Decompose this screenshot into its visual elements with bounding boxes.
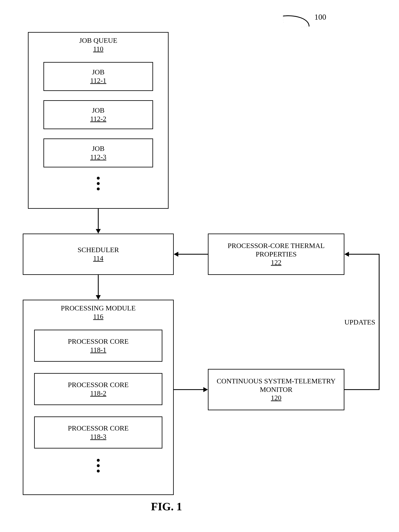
job-3-title: JOB	[92, 145, 104, 153]
job-2-ref: 112-2	[90, 115, 106, 123]
arrow-updates-h2	[349, 254, 380, 255]
job-queue-ref: 110	[93, 45, 103, 53]
figure-id-arc	[283, 13, 309, 29]
arrow-scheduler-processing-head	[96, 295, 101, 300]
processor-core-2-ref: 118-2	[90, 389, 106, 398]
processor-core-1-title: PROCESSOR CORE	[68, 337, 129, 346]
figure-id-text: 100	[314, 13, 326, 21]
ellipsis-dot	[97, 182, 100, 185]
job-2-box: JOB 112-2	[43, 100, 153, 129]
job-3-ref: 112-3	[90, 153, 106, 161]
updates-label: UPDATES	[344, 318, 375, 326]
processing-module-ellipsis	[97, 459, 100, 473]
job-3-box: JOB 112-3	[43, 139, 153, 167]
arrow-scheduler-processing-line	[98, 275, 99, 296]
diagram-canvas: 100 JOB QUEUE 110 JOB 112-1 JOB 112-2 JO…	[0, 0, 399, 532]
processor-core-2-title: PROCESSOR CORE	[68, 381, 129, 389]
arrow-jobqueue-scheduler-head	[96, 229, 101, 234]
arrow-jobqueue-scheduler-line	[98, 209, 99, 229]
job-1-box: JOB 112-1	[43, 62, 153, 91]
job-2-title: JOB	[92, 106, 104, 115]
scheduler-title: SCHEDULER	[77, 246, 119, 254]
scheduler-box: SCHEDULER 114	[23, 234, 174, 275]
ellipsis-dot	[97, 187, 100, 190]
job-queue-ellipsis	[97, 177, 100, 190]
arrow-processing-telemetry-line	[174, 389, 204, 390]
scheduler-ref: 114	[93, 254, 103, 263]
arrow-thermal-scheduler-head	[174, 252, 178, 257]
processing-module-header: PROCESSING MODULE 116	[23, 304, 173, 321]
processor-core-3-box: PROCESSOR CORE 118-3	[34, 417, 162, 449]
processing-module-title: PROCESSING MODULE	[61, 304, 136, 312]
arrow-updates-v	[379, 254, 380, 390]
processing-module-ref: 116	[93, 312, 103, 321]
processor-core-1-ref: 118-1	[90, 346, 106, 354]
telemetry-monitor-title: CONTINUOUS SYSTEM-TELEMETRY MONITOR	[213, 377, 340, 394]
job-queue-header: JOB QUEUE 110	[29, 36, 168, 53]
ellipsis-dot	[97, 177, 100, 180]
ellipsis-dot	[97, 469, 100, 473]
job-1-ref: 112-1	[90, 76, 106, 85]
processor-core-1-box: PROCESSOR CORE 118-1	[34, 330, 162, 362]
processor-core-2-box: PROCESSOR CORE 118-2	[34, 373, 162, 405]
figure-caption: FIG. 1	[151, 500, 182, 513]
thermal-properties-ref: 122	[271, 258, 282, 267]
job-1-title: JOB	[92, 68, 104, 76]
processor-core-3-title: PROCESSOR CORE	[68, 424, 129, 433]
arrow-processing-telemetry-head	[203, 387, 208, 392]
thermal-properties-box: PROCESSOR-CORE THERMAL PROPERTIES 122	[208, 234, 344, 275]
telemetry-monitor-box: CONTINUOUS SYSTEM-TELEMETRY MONITOR 120	[208, 369, 344, 410]
ellipsis-dot	[97, 464, 100, 467]
processor-core-3-ref: 118-3	[90, 433, 106, 441]
job-queue-title: JOB QUEUE	[79, 36, 117, 45]
thermal-properties-title: PROCESSOR-CORE THERMAL PROPERTIES	[213, 242, 340, 259]
arrow-thermal-scheduler-line	[178, 254, 208, 255]
telemetry-monitor-ref: 120	[271, 394, 282, 402]
arrow-updates-h1	[344, 389, 380, 390]
ellipsis-dot	[97, 459, 100, 462]
arrow-updates-head	[344, 252, 349, 257]
